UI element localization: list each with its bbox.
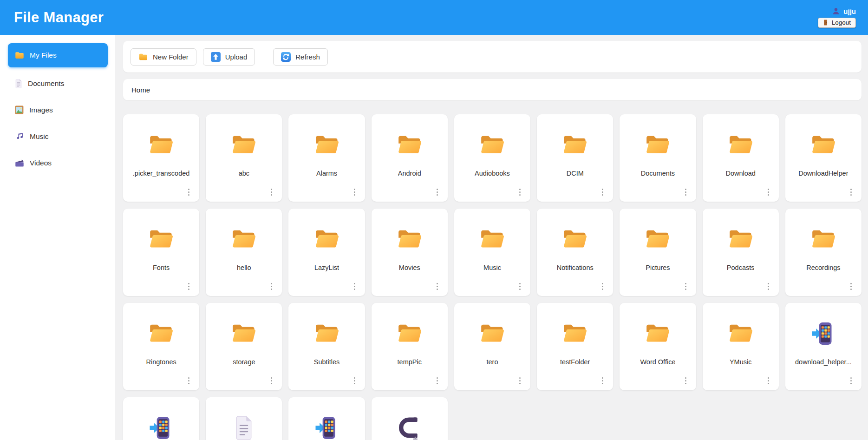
sidebar-item-music[interactable]: Music [8,126,108,147]
file-card[interactable]: YMusic [703,303,779,390]
more-options-icon[interactable] [848,375,854,386]
open-folder-icon [644,133,672,157]
sidebar-item-images[interactable]: Images [8,99,108,120]
file-card[interactable]: Pictures [620,209,696,296]
more-options-icon[interactable] [435,187,440,197]
file-card[interactable]: Audiobooks [454,114,530,202]
more-options-icon[interactable] [269,187,274,197]
file-name: Alarms [316,170,337,177]
more-options-icon[interactable] [848,187,854,197]
more-options-icon[interactable] [269,281,274,292]
file-card[interactable]: Music [454,209,530,296]
more-options-icon[interactable] [683,281,688,292]
file-icon-wrap [147,225,175,254]
user-box: ujju Logout [818,7,856,28]
more-options-icon[interactable] [517,375,522,386]
file-name: Music [483,264,501,271]
sidebar-item-videos[interactable]: Videos [8,152,108,173]
more-options-icon[interactable] [600,375,605,386]
more-options-icon[interactable] [435,281,440,292]
file-name: storage [233,358,255,366]
document-icon [234,415,254,440]
file-card[interactable]: Recordings [785,209,861,296]
open-folder-icon [313,133,341,157]
file-card[interactable]: LazyList [288,209,365,296]
file-card[interactable]: Ringtones [123,303,199,390]
file-card[interactable]: Fonts [123,209,199,296]
sidebar-item-documents[interactable]: Documents [8,73,108,94]
more-options-icon[interactable] [517,281,522,292]
file-icon-wrap [396,225,424,254]
more-options-icon[interactable] [683,375,688,386]
sidebar-item-my-files[interactable]: My Files [8,43,108,67]
file-card[interactable]: Android [372,114,448,202]
breadcrumb[interactable]: Home [123,79,861,100]
file-card[interactable]: abc [206,114,282,202]
file-card[interactable]: .picker_transcoded [123,114,199,202]
file-card[interactable] [123,397,199,440]
file-card[interactable]: hello [206,209,282,296]
file-card[interactable]: Podcasts [703,209,779,296]
open-folder-icon [478,322,506,345]
door-icon [822,19,829,26]
file-card[interactable]: testFolder [537,303,613,390]
file-card[interactable]: DownloadHelper [785,114,861,202]
more-options-icon[interactable] [766,375,771,386]
file-icon-wrap [230,319,258,348]
open-folder-icon [727,133,755,157]
logout-button[interactable]: Logout [818,18,856,28]
refresh-button[interactable]: Refresh [273,48,328,66]
file-card[interactable]: tero [454,303,530,390]
file-name: Ringtones [146,358,176,366]
refresh-icon [281,52,291,62]
more-options-icon[interactable] [600,187,605,197]
more-options-icon[interactable] [352,375,357,386]
more-options-icon[interactable] [352,187,357,197]
more-options-icon[interactable] [600,281,605,292]
file-card[interactable]: Documents [620,114,696,202]
file-card[interactable]: Alarms [288,114,365,202]
music-icon [15,132,24,141]
file-name: testFolder [560,358,590,366]
sidebar-item-label: Documents [28,79,64,88]
apk-icon [148,415,174,440]
more-options-icon[interactable] [186,375,191,386]
more-options-icon[interactable] [435,375,440,386]
new-folder-button[interactable]: New Folder [131,48,196,66]
toolbar-divider [264,49,264,64]
file-icon-wrap [478,131,506,159]
file-card[interactable]: DCIM [537,114,613,202]
file-name: Android [398,170,421,177]
more-options-icon[interactable] [848,281,854,292]
file-name: Notifications [557,264,594,271]
upload-button[interactable]: Upload [203,48,255,66]
apk-icon [314,415,340,440]
more-options-icon[interactable] [766,187,771,197]
file-card[interactable]: Movies [372,209,448,296]
user-row: ujju [832,7,856,15]
more-options-icon[interactable] [186,281,191,292]
file-name: DCIM [567,170,584,177]
main-content: New Folder Upload Refresh Home .picker_t… [115,35,868,440]
file-card[interactable] [372,397,448,440]
app-header: File Manager ujju Logout [0,0,868,35]
file-card[interactable] [206,397,282,440]
open-folder-icon [396,228,424,251]
file-card[interactable]: download_helper... [785,303,861,390]
file-card[interactable]: tempPic [372,303,448,390]
file-card[interactable]: storage [206,303,282,390]
file-card[interactable]: Subtitles [288,303,365,390]
more-options-icon[interactable] [683,187,688,197]
file-card[interactable]: Notifications [537,209,613,296]
file-card[interactable] [288,397,365,440]
file-icon-wrap [644,319,672,348]
more-options-icon[interactable] [352,281,357,292]
file-card[interactable]: Word Office [620,303,696,390]
more-options-icon[interactable] [186,187,191,197]
file-name: download_helper... [795,358,852,366]
open-folder-icon [561,133,589,157]
more-options-icon[interactable] [517,187,522,197]
file-card[interactable]: Download [703,114,779,202]
more-options-icon[interactable] [766,281,771,292]
more-options-icon[interactable] [269,375,274,386]
